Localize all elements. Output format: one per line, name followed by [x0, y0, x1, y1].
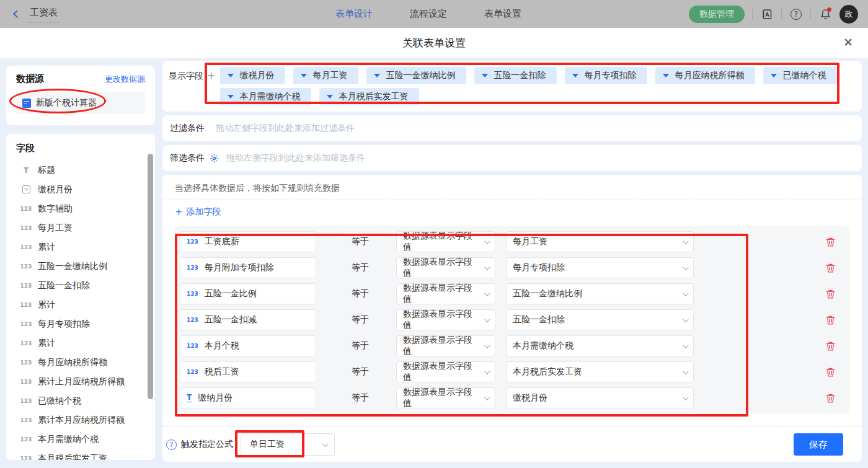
trash-icon[interactable] [825, 263, 836, 273]
source-field-value: 本月需缴纳个税 [513, 340, 574, 351]
trash-icon[interactable] [825, 393, 836, 404]
chevron-down-icon [683, 264, 689, 270]
source-field-select[interactable]: 本月需缴纳个税 [506, 335, 694, 356]
source-type-value: 数据源表显示字段值 [403, 335, 480, 357]
add-field-button[interactable]: + 添加字段 [162, 200, 234, 224]
trash-icon[interactable] [825, 237, 836, 247]
field-list-item[interactable]: 123五险一金扣除 [16, 276, 155, 295]
help-icon[interactable]: ? [166, 439, 177, 450]
source-field-select[interactable]: 缴税月份 [506, 387, 694, 408]
number-icon: 123 [187, 317, 198, 323]
modal-title: 关联表单设置 [402, 36, 466, 50]
formula-select[interactable]: 单日工资 [241, 433, 335, 456]
fields-scrollbar[interactable] [148, 154, 153, 399]
display-field-tag[interactable]: 每月应纳税所得额 [655, 67, 755, 84]
display-field-tag[interactable]: 五险一金扣除 [474, 67, 557, 84]
target-field-box[interactable]: T缴纳月份 [180, 387, 316, 408]
screen-condition-card[interactable]: 筛选条件 拖动左侧字段到此处来添加筛选条件 [162, 145, 862, 171]
tag-label: 本月需缴纳个税 [239, 91, 300, 102]
datasource-item[interactable]: 新版个税计算器 [16, 92, 145, 114]
number-icon: 123 [20, 360, 32, 366]
divider [810, 9, 811, 19]
trash-icon[interactable] [825, 289, 836, 299]
field-list-item[interactable]: 123累计 [16, 333, 155, 353]
source-field-select[interactable]: 每月工资 [506, 231, 694, 252]
filter-condition-card[interactable]: 过滤条件 拖动左侧字段到此处来添加过滤条件 [162, 115, 862, 141]
display-field-tag[interactable]: 五险一金缴纳比例 [366, 67, 466, 84]
gear-icon[interactable] [210, 154, 219, 163]
display-field-tag[interactable]: 已缴纳个税 [763, 67, 837, 84]
number-icon: 123 [20, 321, 32, 327]
field-list-item[interactable]: 123累计上月应纳税所得额 [16, 372, 155, 391]
tab-form-design[interactable]: 表单设计 [334, 8, 374, 20]
source-field-select[interactable]: 本月税后实发工资 [506, 361, 694, 382]
target-field-box[interactable]: 123五险一金扣减 [180, 309, 316, 330]
change-datasource-link[interactable]: 更改数据源 [105, 74, 145, 85]
source-type-select[interactable]: 数据源表显示字段值 [396, 335, 495, 356]
target-field-box[interactable]: 123每月附加专项扣除 [180, 257, 316, 278]
display-field-tag[interactable]: 每月工资 [293, 67, 358, 84]
source-type-select[interactable]: 数据源表显示字段值 [396, 361, 495, 382]
source-field-select[interactable]: 五险一金扣除 [506, 309, 694, 330]
field-list-item[interactable]: 123累计 [16, 237, 155, 257]
field-list-item[interactable]: 123累计 [16, 295, 155, 314]
display-field-tag[interactable]: 缴税月份 [220, 67, 285, 84]
notification-bell-icon[interactable] [818, 7, 832, 21]
field-list-item[interactable]: 123已缴纳个税 [16, 391, 155, 410]
datasource-card: 数据源 更改数据源 新版个税计算器 [6, 66, 155, 125]
target-field-box[interactable]: 123本月个税 [180, 335, 316, 356]
source-type-value: 数据源表显示字段值 [403, 283, 480, 305]
target-field-box[interactable]: 123税后工资 [180, 361, 316, 382]
source-type-select[interactable]: 数据源表显示字段值 [396, 257, 495, 278]
back-icon[interactable] [10, 9, 21, 20]
field-list-item[interactable]: T标题 [16, 161, 155, 180]
field-list-item[interactable]: 123每月专项扣除 [16, 314, 155, 333]
source-type-select[interactable]: 数据源表显示字段值 [396, 231, 495, 252]
display-field-tag[interactable]: 每月专项扣除 [565, 67, 647, 84]
field-list-item[interactable]: 缴税月份 [16, 180, 155, 199]
help-icon[interactable]: ? [789, 7, 803, 21]
source-type-select[interactable]: 数据源表显示字段值 [396, 309, 495, 330]
field-list-item[interactable]: 123累计本月应纳税所得额 [16, 410, 155, 430]
target-field-box[interactable]: 123工资底薪 [180, 231, 316, 252]
trash-icon[interactable] [825, 315, 836, 325]
chevron-down-icon [683, 368, 689, 374]
field-label: 五险一金扣除 [38, 280, 90, 291]
field-list-item[interactable]: 123本月需缴纳个税 [16, 430, 155, 449]
field-list-item[interactable]: 123五险一金缴纳比例 [16, 257, 155, 276]
chevron-down-icon [484, 342, 490, 348]
divider [781, 9, 782, 19]
tab-form-setting[interactable]: 表单设置 [483, 8, 523, 20]
display-field-tag[interactable]: 本月需缴纳个税 [220, 88, 311, 105]
display-field-tag[interactable]: 本月税后实发工资 [319, 88, 419, 105]
field-list-item[interactable]: 123每月工资 [16, 218, 155, 237]
field-label: 每月应纳税所得额 [38, 357, 107, 368]
target-field-name: 五险一金比例 [205, 288, 257, 299]
field-list-item[interactable]: 123每月应纳税所得额 [16, 353, 155, 372]
field-list-item[interactable]: 123本月税后实发工资 [16, 449, 155, 460]
trash-icon[interactable] [825, 341, 836, 351]
caret-down-icon [663, 74, 669, 77]
mapping-row: T缴纳月份 等于 数据源表显示字段值 缴税月份 [180, 387, 849, 408]
chevron-down-icon [683, 394, 689, 400]
caret-down-icon [482, 74, 488, 77]
close-icon[interactable]: ✕ [843, 37, 853, 48]
field-list-item[interactable]: 123数字辅助 [16, 199, 155, 218]
trash-icon[interactable] [825, 367, 836, 377]
avatar[interactable]: 政 [839, 5, 858, 24]
source-type-select[interactable]: 数据源表显示字段值 [396, 283, 495, 304]
target-field-box[interactable]: 123五险一金比例 [180, 283, 316, 304]
screen-condition-label: 筛选条件 [170, 152, 205, 164]
text-icon: T [187, 394, 192, 402]
address-book-icon[interactable] [760, 7, 774, 21]
add-display-field-icon[interactable]: + [207, 67, 215, 84]
source-field-select[interactable]: 五险一金缴纳比例 [506, 283, 694, 304]
screen-condition-placeholder: 拖动左侧字段到此处来添加筛选条件 [226, 152, 365, 164]
tab-process-setting[interactable]: 流程设定 [409, 8, 448, 20]
form-title[interactable]: 工资表 [27, 6, 60, 23]
data-manage-button[interactable]: 数据管理 [689, 6, 745, 23]
save-button[interactable]: 保存 [794, 433, 843, 456]
source-field-select[interactable]: 每月专项扣除 [506, 257, 694, 278]
source-type-select[interactable]: 数据源表显示字段值 [396, 387, 495, 408]
number-icon: 123 [20, 263, 32, 270]
